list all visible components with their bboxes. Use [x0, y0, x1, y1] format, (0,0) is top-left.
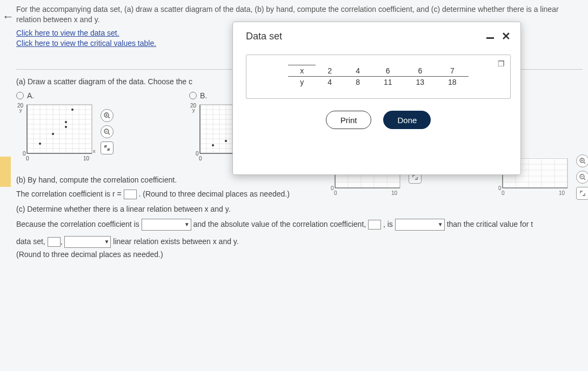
copy-icon[interactable]: ❐: [498, 59, 505, 68]
part-c-rounding: (Round to three decimal places as needed…: [16, 250, 583, 259]
svg-text:10: 10: [391, 190, 398, 196]
svg-text:10: 10: [559, 190, 565, 196]
choice-b-label: B.: [200, 91, 207, 100]
cell: 6: [372, 65, 404, 77]
svg-text:y: y: [19, 107, 22, 113]
zoom-in-icon[interactable]: [101, 109, 113, 122]
c1c: , is: [383, 220, 395, 228]
svg-text:0: 0: [199, 156, 202, 161]
cell: 11: [372, 77, 404, 88]
scatter-option-a: 20 0 0 10 y x: [16, 102, 97, 161]
choice-a[interactable]: A. 20 0 0 10: [16, 91, 113, 161]
close-icon[interactable]: ✕: [502, 30, 511, 43]
svg-text:0: 0: [334, 190, 337, 196]
zoom-out-icon[interactable]: [101, 125, 113, 138]
svg-line-37: [108, 117, 110, 118]
chevron-down-icon: ▼: [438, 221, 443, 227]
print-button[interactable]: Print: [326, 111, 372, 129]
svg-point-27: [65, 126, 67, 128]
cell: 2: [316, 65, 344, 77]
part-b-rounding: . (Round to three decimal places as need…: [138, 190, 289, 198]
svg-line-119: [584, 178, 585, 180]
chevron-down-icon: ▼: [184, 221, 190, 227]
choice-a-label: A.: [27, 91, 34, 100]
svg-line-115: [584, 162, 585, 164]
expand-icon[interactable]: [576, 187, 588, 200]
part-c-heading: (c) Determine whether there is a linear …: [16, 205, 583, 213]
c1b: and the absolute value of the correlatio…: [193, 220, 369, 228]
back-arrow-icon[interactable]: ←: [2, 10, 14, 24]
part-c-sentence-2: data set, , ▼ linear relation exists bet…: [16, 236, 583, 248]
svg-text:x: x: [93, 149, 96, 154]
chevron-down-icon: ▼: [104, 239, 109, 245]
data-table: x 2 4 6 6 7 y 4 8 11 13 18: [288, 65, 468, 87]
svg-text:0: 0: [26, 156, 29, 161]
minimize-icon[interactable]: [486, 37, 494, 39]
data-set-modal: Data set ✕ ❐ x 2 4 6 6 7 y 4 8 11 13 18: [232, 22, 521, 175]
cell: 18: [436, 77, 469, 88]
zoom-in-icon[interactable]: [576, 154, 588, 167]
row-label-x: x: [288, 65, 316, 77]
dropdown-relation[interactable]: ▼: [64, 236, 111, 248]
part-b-prefix: The correlation coefficient is r =: [16, 190, 124, 198]
modal-title: Data set: [246, 31, 282, 42]
svg-line-41: [108, 133, 110, 134]
svg-point-28: [65, 121, 67, 123]
expand-icon[interactable]: [101, 141, 113, 154]
cell: 13: [404, 77, 437, 88]
c2a: data set,: [16, 237, 48, 246]
svg-point-26: [52, 133, 54, 135]
dataset-n-input[interactable]: [48, 237, 61, 247]
abs-r-input[interactable]: [368, 220, 381, 230]
row-label-y: y: [288, 77, 316, 88]
cell: 4: [316, 77, 344, 88]
dropdown-compare[interactable]: ▼: [395, 219, 445, 231]
svg-point-29: [71, 109, 74, 111]
cell: 4: [344, 65, 372, 77]
zoom-out-icon[interactable]: [576, 171, 588, 184]
cell: 7: [436, 65, 469, 77]
side-marker: [0, 157, 11, 187]
svg-point-25: [39, 143, 41, 145]
svg-text:y: y: [192, 107, 195, 113]
svg-point-68: [212, 144, 214, 146]
cell: 8: [344, 77, 372, 88]
part-c-sentence-1: Because the correlation coefficient is ▼…: [16, 219, 583, 231]
radio-a[interactable]: [16, 92, 24, 99]
cell: 6: [404, 65, 437, 77]
r-input[interactable]: [124, 190, 137, 199]
svg-text:0: 0: [502, 190, 505, 196]
dropdown-coef-sign[interactable]: ▼: [142, 219, 191, 231]
done-button[interactable]: Done: [383, 111, 431, 129]
data-box: ❐ x 2 4 6 6 7 y 4 8 11 13 18: [246, 55, 511, 99]
c1a: Because the correlation coefficient is: [16, 220, 142, 228]
c1d: than the critical value for t: [447, 220, 533, 228]
c2b: linear relation exists between x and y.: [113, 237, 238, 246]
svg-text:10: 10: [83, 156, 90, 161]
svg-point-69: [225, 140, 227, 142]
radio-b[interactable]: [189, 92, 197, 99]
